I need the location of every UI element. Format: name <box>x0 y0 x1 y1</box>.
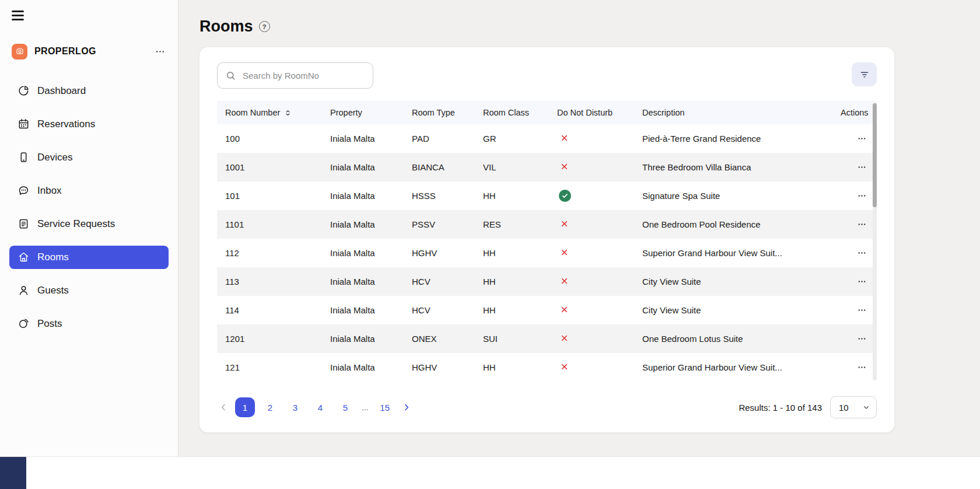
page-button-3[interactable]: 3 <box>285 397 305 417</box>
column-header-room-class: Room Class <box>475 101 549 124</box>
cell-do-not-disturb <box>549 181 634 210</box>
cell-room-number: 101 <box>217 181 322 210</box>
column-label: Description <box>642 108 685 117</box>
table-row: 101Iniala MaltaHSSSHHSignature Spa Suite <box>217 181 877 210</box>
sidebar-item-label: Devices <box>37 152 72 163</box>
scrollbar-thumb[interactable] <box>873 103 877 207</box>
page-button-2[interactable]: 2 <box>260 397 280 417</box>
pagination-next-button[interactable] <box>400 401 413 414</box>
chevron-down-icon <box>862 403 871 412</box>
ellipsis-icon <box>155 47 165 57</box>
cell-property: Iniala Malta <box>322 296 404 324</box>
ellipsis-icon <box>858 277 866 286</box>
column-header-do-not-disturb: Do Not Disturb <box>549 101 634 124</box>
table-area: Room NumberPropertyRoom TypeRoom ClassDo… <box>217 101 877 382</box>
page-button-15[interactable]: 15 <box>375 397 395 417</box>
row-actions-button[interactable] <box>858 332 866 345</box>
brand-logo <box>12 44 27 60</box>
row-actions-button[interactable] <box>858 218 866 231</box>
row-actions-button[interactable] <box>858 189 866 202</box>
cell-description: Three Bedroom Villa Bianca <box>634 153 832 181</box>
cell-room-type: HCV <box>404 296 475 324</box>
sidebar-item-dashboard[interactable]: Dashboard <box>9 79 169 103</box>
sidebar-item-posts[interactable]: Posts <box>9 312 169 336</box>
row-actions-button[interactable] <box>858 275 866 288</box>
cell-actions <box>832 267 877 296</box>
row-actions-button[interactable] <box>858 160 866 174</box>
dnd-off-icon <box>560 219 569 228</box>
cell-property: Iniala Malta <box>322 210 404 239</box>
search-box[interactable] <box>217 62 373 89</box>
row-actions-button[interactable] <box>858 246 866 260</box>
pagination-prev-button[interactable] <box>217 401 230 414</box>
cell-room-number: 1001 <box>217 153 322 181</box>
sidebar-item-guests[interactable]: Guests <box>9 279 169 302</box>
table-row: 1001Iniala MaltaBIANCAVILThree Bedroom V… <box>217 153 877 181</box>
dnd-off-icon <box>560 162 569 171</box>
page-button-4[interactable]: 4 <box>310 397 330 417</box>
table-scrollbar[interactable] <box>873 102 877 380</box>
cell-property: Iniala Malta <box>322 353 404 382</box>
sidebar-item-reservations[interactable]: Reservations <box>9 113 169 136</box>
column-header-actions: Actions <box>832 101 877 124</box>
cell-description: City View Suite <box>634 267 832 296</box>
main-content: Rooms ? <box>178 0 980 456</box>
search-input[interactable] <box>242 70 365 81</box>
table-row: 112Iniala MaltaHGHVHHSuperior Grand Harb… <box>217 239 877 267</box>
column-header-room-number[interactable]: Room Number <box>217 101 322 124</box>
sidebar-item-label: Dashboard <box>37 85 86 97</box>
cell-room-class: RES <box>475 210 549 239</box>
sidebar-item-label: Service Requests <box>37 218 115 230</box>
devices-icon <box>17 151 30 164</box>
dnd-off-icon <box>560 277 569 285</box>
cell-description: City View Suite <box>634 296 832 324</box>
cell-do-not-disturb <box>549 324 634 353</box>
dnd-off-icon <box>560 134 569 142</box>
dnd-off-icon <box>560 334 569 343</box>
brand-options-button[interactable] <box>154 46 166 58</box>
cell-room-number: 1101 <box>217 210 322 239</box>
cell-room-type: HGHV <box>404 353 475 382</box>
sidebar: PROPERLOG DashboardReservationsDevicesIn… <box>0 0 178 456</box>
cell-room-number: 1201 <box>217 324 322 353</box>
page-button-1[interactable]: 1 <box>235 397 255 417</box>
cell-do-not-disturb <box>549 267 634 296</box>
sidebar-item-devices[interactable]: Devices <box>9 146 169 169</box>
cell-room-number: 100 <box>217 124 322 153</box>
column-label: Actions <box>841 108 869 117</box>
inbox-icon <box>17 184 30 197</box>
sort-icon[interactable] <box>284 109 292 117</box>
row-actions-button[interactable] <box>858 132 866 145</box>
cell-room-type: ONEX <box>404 324 475 353</box>
page-button-5[interactable]: 5 <box>335 397 355 417</box>
sidebar-item-inbox[interactable]: Inbox <box>9 179 169 202</box>
guests-icon <box>17 284 30 297</box>
ellipsis-icon <box>858 363 866 372</box>
rooms-table: Room NumberPropertyRoom TypeRoom ClassDo… <box>217 101 877 382</box>
row-actions-button[interactable] <box>858 361 866 374</box>
help-icon[interactable]: ? <box>259 21 270 32</box>
cell-description: One Bedroom Lotus Suite <box>634 324 832 353</box>
hamburger-menu-icon[interactable] <box>12 11 24 20</box>
card-toolbar <box>200 62 894 89</box>
pagination-row: 12345...15 Results: 1 - 10 of 143 10 <box>200 382 894 420</box>
cell-description: Signature Spa Suite <box>634 181 832 210</box>
cell-room-class: HH <box>475 239 549 267</box>
sidebar-item-service-requests[interactable]: Service Requests <box>9 212 169 236</box>
cell-room-class: HH <box>475 296 549 324</box>
cell-room-type: PSSV <box>404 210 475 239</box>
table-row: 121Iniala MaltaHGHVHHSuperior Grand Harb… <box>217 353 877 382</box>
cell-actions <box>832 210 877 239</box>
sidebar-item-rooms[interactable]: Rooms <box>9 246 169 269</box>
page-size-select[interactable]: 10 <box>830 396 877 418</box>
service-requests-icon <box>17 218 30 230</box>
cell-property: Iniala Malta <box>322 181 404 210</box>
row-actions-button[interactable] <box>858 303 866 317</box>
cell-room-class: SUI <box>475 324 549 353</box>
brand-row: PROPERLOG <box>12 44 166 60</box>
cell-description: One Bedroom Pool Residence <box>634 210 832 239</box>
filter-button[interactable] <box>852 62 877 86</box>
ellipsis-icon <box>858 220 866 229</box>
cell-do-not-disturb <box>549 239 634 267</box>
cell-room-type: BIANCA <box>404 153 475 181</box>
